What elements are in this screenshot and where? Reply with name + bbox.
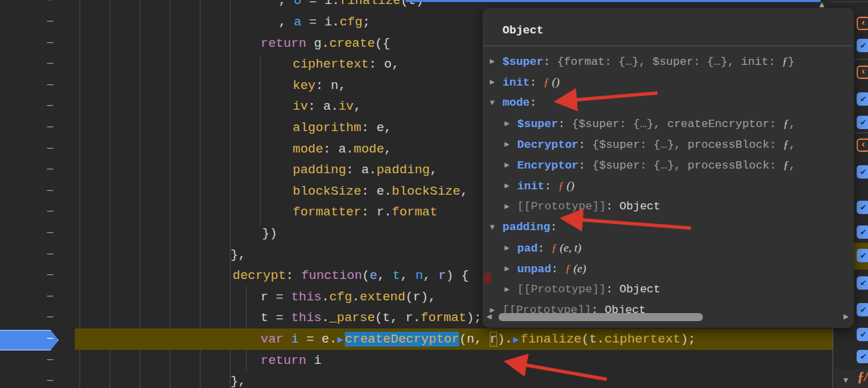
- collapsed-triangle-icon[interactable]: ▶: [504, 176, 509, 196]
- code-token: ,: [390, 310, 406, 325]
- code-token: i.: [324, 0, 339, 8]
- gutter-line-marker[interactable]: −: [44, 0, 56, 11]
- object-property-row[interactable]: ▶init: ƒ (): [482, 176, 843, 196]
- object-property-row[interactable]: ▼mode:: [482, 93, 843, 113]
- object-property-row[interactable]: ▶[[Prototype]]: Object: [482, 280, 843, 300]
- scroll-right-icon[interactable]: ▶: [843, 312, 849, 322]
- popup-horizontal-scrollbar[interactable]: ◀ ▶: [484, 312, 853, 322]
- code-token: (: [459, 332, 466, 347]
- property-key: $super: [517, 118, 558, 130]
- gutter-line-marker[interactable]: −: [44, 201, 56, 223]
- code-token: ,: [430, 163, 437, 177]
- object-property-row[interactable]: ▶Encryptor: {$super: {…}, processBlock: …: [482, 155, 843, 175]
- code-text: formatter: r.format: [293, 201, 438, 223]
- scroll-up-icon[interactable]: ▲: [819, 0, 825, 10]
- collapsed-triangle-icon[interactable]: ▶: [504, 114, 509, 134]
- expanded-triangle-icon[interactable]: ▼: [490, 93, 494, 113]
- breakpoint-checkbox[interactable]: ✔: [857, 116, 868, 129]
- object-property-row[interactable]: ▶Decryptor: {$super: {…}, processBlock: …: [482, 134, 843, 155]
- gutter-line-marker[interactable]: −: [44, 350, 56, 371]
- breakpoint-checkbox[interactable]: ✔: [857, 225, 868, 239]
- scroll-left-icon[interactable]: ◀: [486, 312, 492, 322]
- property-value: {$super: {…}, processBlock:: [592, 138, 783, 151]
- breakpoint-checkbox[interactable]: ✔: [857, 92, 868, 106]
- breakpoint-badge[interactable]: ‹: [857, 138, 868, 152]
- breakpoint-checkbox[interactable]: ✔: [857, 303, 868, 316]
- object-property-row[interactable]: ▶unpad: ƒ (e): [482, 259, 843, 279]
- gutter-line-marker[interactable]: −: [44, 159, 56, 181]
- breakpoint-badge[interactable]: ‹: [857, 66, 868, 79]
- step-into-icon[interactable]: ▶: [513, 334, 521, 346]
- gutter-line-marker[interactable]: −: [44, 117, 56, 138]
- code-token: (: [581, 332, 589, 347]
- code-token: this: [291, 290, 322, 304]
- property-key: [[Prototype]]: [517, 200, 606, 213]
- gutter-line-marker[interactable]: −: [44, 96, 56, 117]
- object-property-row[interactable]: ▼padding:: [482, 217, 843, 237]
- scrollbar-thumb[interactable]: [498, 313, 703, 321]
- collapsed-triangle-icon[interactable]: ▶: [490, 72, 494, 92]
- code-token: );: [680, 332, 696, 347]
- gutter-line-marker[interactable]: −: [44, 11, 56, 33]
- gutter-line-marker[interactable]: −: [44, 265, 56, 286]
- object-property-row[interactable]: ▶pad: ƒ (e, t): [482, 238, 843, 258]
- code-token: iv: [338, 99, 353, 114]
- object-property-row[interactable]: ▶[[Prototype]]: Object: [482, 197, 843, 217]
- code-token: [283, 332, 291, 347]
- breakpoint-checkbox[interactable]: ✔: [857, 350, 868, 363]
- code-token: i: [306, 353, 321, 368]
- code-token: e.: [321, 332, 337, 347]
- collapsed-triangle-icon[interactable]: ▶: [504, 259, 509, 279]
- breakpoint-checkbox[interactable]: ✔: [857, 165, 868, 179]
- gutter-line-marker[interactable]: −: [44, 138, 56, 160]
- code-token: key: [293, 78, 315, 93]
- code-line[interactable]: −return i: [0, 350, 868, 371]
- breakpoint-badge[interactable]: ‹: [857, 17, 868, 30]
- property-value: ,: [788, 118, 795, 130]
- editor-scrollbar-track[interactable]: [833, 326, 833, 388]
- code-line[interactable]: −},: [0, 371, 868, 388]
- gutter-line-marker[interactable]: −: [44, 286, 56, 308]
- code-token: :: [361, 205, 377, 219]
- collapsed-triangle-icon[interactable]: ▶: [504, 280, 509, 300]
- gutter-line-marker[interactable]: −: [44, 75, 56, 96]
- code-token: _parse: [329, 310, 375, 325]
- code-token: return: [261, 353, 306, 368]
- code-token: ,: [384, 142, 392, 157]
- code-token: },: [231, 374, 246, 388]
- gutter-line-marker[interactable]: −: [44, 371, 56, 388]
- gutter-line-marker[interactable]: −: [44, 244, 56, 266]
- collapsed-triangle-icon[interactable]: ▶: [490, 52, 494, 72]
- code-text: r = this.cfg.extend(r),: [261, 286, 436, 308]
- code-token: cfg: [339, 15, 362, 29]
- collapsed-triangle-icon[interactable]: ▶: [504, 155, 509, 175]
- code-token: );: [466, 310, 482, 325]
- collapsed-triangle-icon[interactable]: ▶: [504, 134, 509, 155]
- breakpoint-checkbox[interactable]: ✔: [857, 276, 868, 290]
- code-token: :: [323, 142, 339, 157]
- breakpoint-checkbox[interactable]: ✔: [857, 39, 868, 52]
- code-text: return g.create({: [261, 33, 390, 54]
- selected-token[interactable]: createDecryptor: [345, 332, 459, 347]
- gutter-line-marker[interactable]: −: [44, 54, 56, 75]
- breakpoint-checkbox[interactable]: ✔: [857, 249, 868, 262]
- property-value: Object: [619, 200, 660, 213]
- gutter-line-marker[interactable]: −: [44, 181, 56, 202]
- gutter-line-marker[interactable]: −: [44, 307, 56, 328]
- breakpoint-checkbox[interactable]: ✔: [857, 201, 868, 214]
- breakpoint-checkbox[interactable]: ✔: [857, 328, 868, 341]
- property-key: Encryptor: [517, 159, 579, 172]
- step-into-icon[interactable]: ▶: [337, 334, 345, 346]
- collapsed-triangle-icon[interactable]: ▶: [504, 197, 509, 217]
- collapsed-triangle-icon[interactable]: ▶: [504, 238, 509, 258]
- expander-triangle-icon[interactable]: ▼: [843, 376, 848, 385]
- gutter-line-marker[interactable]: −: [44, 33, 56, 54]
- code-line[interactable]: −var i = e.▶createDecryptor(n, r).▶final…: [75, 328, 833, 350]
- object-property-row[interactable]: ▶$super: {format: {…}, $super: {…}, init…: [482, 52, 843, 72]
- gutter-line-marker[interactable]: −: [44, 223, 56, 244]
- gutter-line-marker[interactable]: −: [44, 328, 56, 350]
- expanded-triangle-icon[interactable]: ▼: [490, 217, 494, 237]
- object-property-row[interactable]: ▶init: ƒ (): [482, 72, 843, 92]
- object-property-row[interactable]: ▶$super: {$super: {…}, createEncryptor: …: [482, 114, 843, 134]
- code-token: ) {: [446, 268, 468, 283]
